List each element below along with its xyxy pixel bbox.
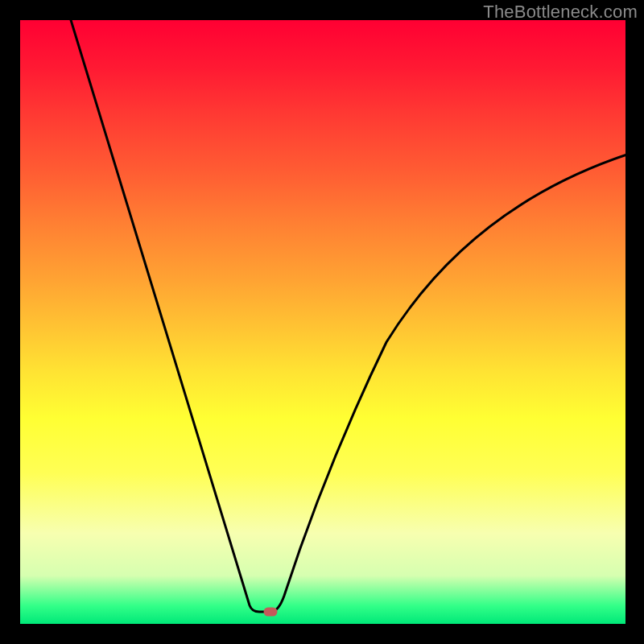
watermark-text: TheBottleneck.com — [483, 2, 638, 23]
curve-right-branch — [270, 153, 625, 612]
chart-frame: TheBottleneck.com — [0, 0, 644, 644]
curve-left-branch — [68, 20, 270, 612]
bottleneck-curve — [20, 20, 625, 624]
optimal-point-marker — [264, 608, 278, 617]
plot-area — [20, 20, 625, 624]
